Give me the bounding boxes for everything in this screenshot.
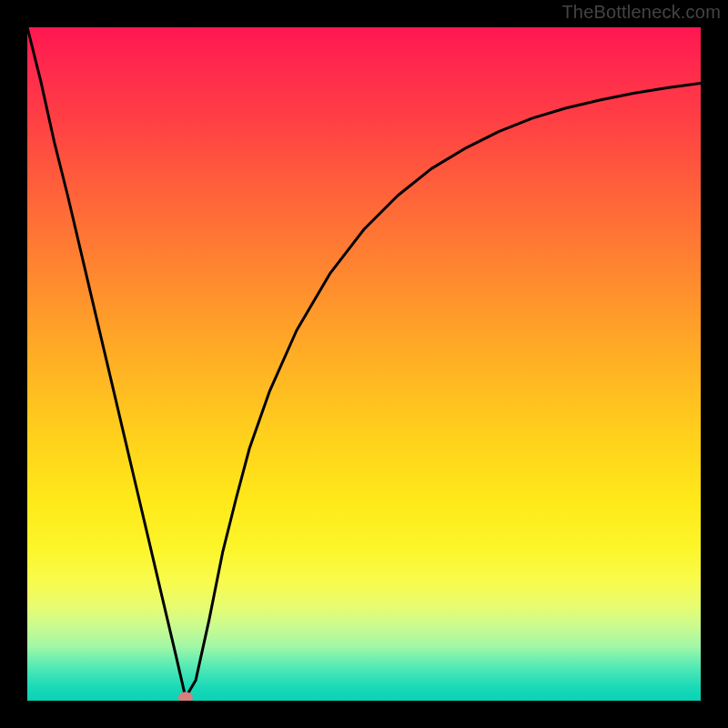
minimum-marker	[178, 692, 193, 701]
watermark-text: TheBottleneck.com	[561, 2, 721, 23]
curve-svg	[27, 27, 701, 701]
chart-frame: TheBottleneck.com	[0, 0, 728, 728]
bottleneck-curve-path	[27, 27, 701, 697]
plot-area	[27, 27, 701, 701]
